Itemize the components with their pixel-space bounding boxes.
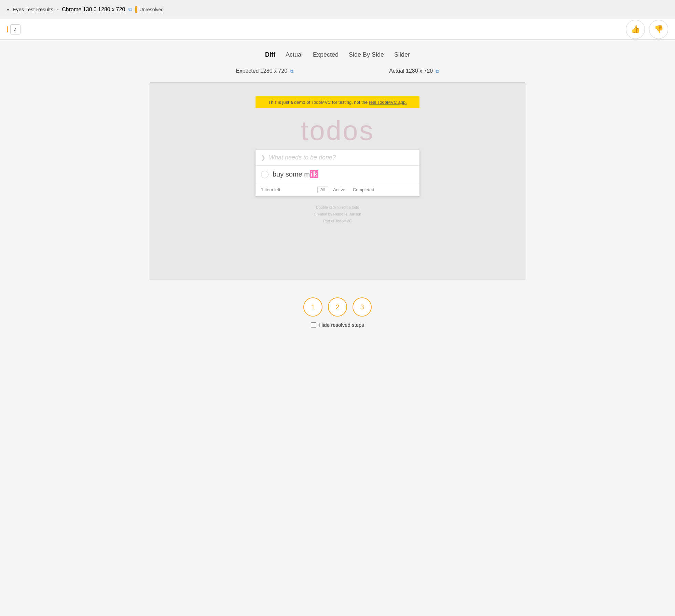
image-labels-row: Expected 1280 x 720 ⧉ Actual 1280 x 720 …	[236, 68, 439, 74]
todos-title: todos	[301, 115, 374, 146]
info-line-3: Part of TodoMVC	[314, 218, 361, 225]
banner-link[interactable]: real TodoMVC app.	[369, 100, 407, 105]
step-3-circle[interactable]: 3	[353, 297, 372, 317]
thumb-up-icon: 👍	[631, 25, 640, 34]
todo-text-highlighted: ilk	[310, 170, 318, 178]
collapse-chevron[interactable]: ▾	[7, 7, 9, 12]
todo-items-left: 1 item left	[261, 187, 280, 192]
main-content: Diff Actual Expected Side By Side Slider…	[0, 40, 675, 338]
hide-resolved-checkbox[interactable]	[311, 322, 316, 328]
header-separator: -	[57, 6, 58, 13]
thumb-up-button[interactable]: 👍	[626, 20, 645, 39]
todo-input-row: ❯ What needs to be done?	[256, 150, 419, 166]
screenshot-container: This is just a demo of TodoMVC for testi…	[150, 82, 525, 280]
todo-item-row: buy some milk	[256, 166, 419, 183]
header-bar: ▾ Eyes Test Results - Chrome 130.0 1280 …	[0, 0, 675, 19]
tab-slider[interactable]: Slider	[394, 50, 410, 60]
step-circles: 1 2 3	[303, 297, 372, 317]
diff-icon: ≠	[14, 27, 17, 32]
filter-all-button[interactable]: All	[317, 186, 328, 193]
actual-label-text: Actual 1280 x 720	[389, 68, 433, 74]
bottom-section: 1 2 3 Hide resolved steps	[303, 297, 372, 328]
info-line-1: Double-click to edit a todo	[314, 204, 361, 211]
tab-side-by-side[interactable]: Side By Side	[349, 50, 384, 60]
actual-external-link-icon[interactable]: ⧉	[436, 68, 439, 74]
status-label: Unresolved	[139, 7, 164, 12]
todo-filters: All Active Completed	[317, 186, 377, 193]
expected-external-link-icon[interactable]: ⧉	[290, 68, 293, 74]
header-external-link-icon[interactable]: ⧉	[128, 6, 132, 12]
step-1-circle[interactable]: 1	[303, 297, 322, 317]
toolbar-row: ≠ 👍 👎	[0, 19, 675, 40]
todo-text-before: buy some m	[273, 170, 310, 178]
tab-actual[interactable]: Actual	[286, 50, 303, 60]
tab-expected[interactable]: Expected	[313, 50, 339, 60]
info-line-2: Created by Remo H. Jansen	[314, 211, 361, 218]
tab-diff[interactable]: Diff	[265, 50, 275, 60]
browser-info: Chrome 130.0 1280 x 720	[62, 6, 125, 13]
banner-text: This is just a demo of TodoMVC for testi…	[268, 100, 368, 105]
thumb-buttons-container: 👍 👎	[626, 20, 668, 39]
hide-resolved-label: Hide resolved steps	[319, 322, 364, 328]
thumb-down-button[interactable]: 👎	[649, 20, 668, 39]
demo-banner: This is just a demo of TodoMVC for testi…	[256, 96, 419, 108]
todo-footer: 1 item left All Active Completed	[256, 183, 419, 196]
todo-item-checkbox[interactable]	[261, 171, 268, 178]
todo-toggle-all-icon[interactable]: ❯	[261, 154, 265, 161]
unresolved-badge: Unresolved	[135, 6, 164, 13]
filter-completed-button[interactable]: Completed	[350, 186, 377, 193]
header-title: Eyes Test Results	[13, 6, 53, 12]
todo-card: ❯ What needs to be done? buy some milk 1…	[256, 150, 419, 196]
actual-label: Actual 1280 x 720 ⧉	[389, 68, 439, 74]
todo-info-text: Double-click to edit a todo Created by R…	[314, 204, 361, 224]
expected-label: Expected 1280 x 720 ⧉	[236, 68, 293, 74]
todo-app: This is just a demo of TodoMVC for testi…	[218, 96, 457, 224]
hide-resolved-row: Hide resolved steps	[311, 322, 364, 328]
status-color-bar	[135, 6, 137, 13]
view-tabs: Diff Actual Expected Side By Side Slider	[265, 50, 410, 60]
thumb-down-icon: 👎	[654, 25, 663, 34]
diff-icon-button[interactable]: ≠	[10, 24, 20, 34]
expected-label-text: Expected 1280 x 720	[236, 68, 287, 74]
toolbar-orange-indicator	[7, 26, 8, 32]
filter-active-button[interactable]: Active	[330, 186, 348, 193]
todo-input-placeholder: What needs to be done?	[269, 154, 336, 161]
step-2-circle[interactable]: 2	[328, 297, 347, 317]
todo-item-text: buy some milk	[273, 170, 318, 178]
